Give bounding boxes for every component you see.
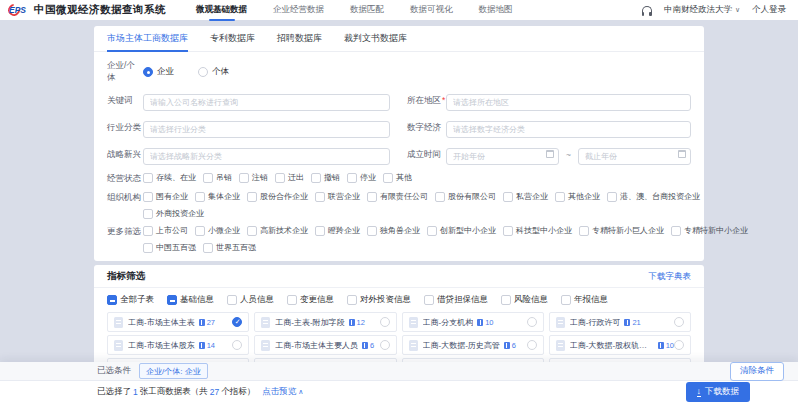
nav-item[interactable]: 微观基础数据 [196,1,247,19]
start-year-input[interactable] [446,148,559,165]
category-checkbox[interactable]: 风险信息 [501,294,548,306]
download-data-button[interactable]: ↓ 下载数据 [686,382,751,402]
industry-select[interactable] [143,121,390,138]
preview-link[interactable]: 点击预览 ∧ [262,386,303,398]
checkbox-icon[interactable] [195,192,205,202]
org-option[interactable]: 有限责任公司 [367,191,428,202]
org-option[interactable]: 港、澳、台商投资企业 [607,191,700,202]
table-card[interactable]: 工商-行政许可 21 [549,312,691,332]
status-option[interactable]: 停业 [347,172,376,183]
checkbox-icon[interactable] [143,226,153,236]
table-card[interactable]: 工商-大数据-历史高管 6 [402,335,544,355]
condition-tag[interactable]: 企业/个体: 企业 [139,363,208,379]
strategic-select[interactable] [143,148,390,165]
status-option[interactable]: 撤销 [311,172,340,183]
more-option[interactable]: 专精特新中小企业 [671,225,748,236]
table-card[interactable]: 工商-市场主体主要人员 6 [254,335,396,355]
checkbox-icon[interactable] [435,192,445,202]
checkbox-icon[interactable] [561,295,571,305]
keyword-input[interactable] [143,94,390,111]
select-circle-icon[interactable] [232,317,242,327]
more-option[interactable]: 小微企业 [195,225,240,236]
checkbox-icon[interactable] [503,226,513,236]
select-circle-icon[interactable] [232,340,242,350]
category-checkbox[interactable]: 对外投资信息 [347,294,411,306]
category-checkbox[interactable]: 年报信息 [561,294,608,306]
customer-service-icon[interactable] [642,6,652,14]
more-option[interactable]: 高新技术企业 [247,225,308,236]
more-option[interactable]: 瞪羚企业 [315,225,360,236]
category-checkbox[interactable]: 全部子表 [107,294,154,306]
checkbox-icon[interactable] [503,192,513,202]
org-option[interactable]: 股份有限公司 [435,191,496,202]
digital-economy-select[interactable] [446,121,691,138]
checkbox-icon[interactable] [143,243,153,253]
checkbox-icon[interactable] [579,226,589,236]
checkbox-icon[interactable] [143,173,153,183]
entity-type-option[interactable]: 个体 [198,66,229,78]
nav-item[interactable]: 企业经营数据 [273,1,324,19]
org-option[interactable]: 联营企业 [315,191,360,202]
table-card[interactable]: 工商-分支机构 10 [402,312,544,332]
select-circle-icon[interactable] [527,340,537,350]
org-option[interactable]: 私营企业 [503,191,548,202]
checkbox-icon[interactable] [107,295,117,305]
checkbox-icon[interactable] [501,295,511,305]
org-option[interactable]: 外商投资企业 [143,208,204,219]
database-tab[interactable]: 招聘数据库 [277,26,322,52]
status-option[interactable]: 存续、在业 [143,172,196,183]
checkbox-icon[interactable] [367,226,377,236]
checkbox-icon[interactable] [203,173,213,183]
category-checkbox[interactable]: 人员信息 [227,294,274,306]
more-option[interactable]: 独角兽企业 [367,225,420,236]
select-circle-icon[interactable] [674,317,684,327]
status-option[interactable]: 吊销 [203,172,232,183]
download-dictionary-link[interactable]: 下载字典表 [649,271,692,283]
checkbox-icon[interactable] [671,226,681,236]
database-tab[interactable]: 专利数据库 [210,26,255,52]
database-tab[interactable]: 裁判文书数据库 [344,26,407,52]
table-card[interactable]: 工商-主表-附加字段 12 [254,312,396,332]
org-option[interactable]: 其他企业 [555,191,600,202]
checkbox-icon[interactable] [311,173,321,183]
more-option[interactable]: 中国五百强 [143,242,196,253]
eps-logo[interactable]: EPS [8,4,26,16]
select-circle-icon[interactable] [380,340,390,350]
org-option[interactable]: 股份合作企业 [247,191,308,202]
radio-icon[interactable] [143,67,153,77]
nav-item[interactable]: 数据可视化 [410,1,453,19]
checkbox-icon[interactable] [287,295,297,305]
select-circle-icon[interactable] [527,317,537,327]
checkbox-icon[interactable] [143,209,153,219]
status-option[interactable]: 注销 [239,172,268,183]
checkbox-icon[interactable] [239,173,249,183]
more-option[interactable]: 上市公司 [143,225,188,236]
checkbox-icon[interactable] [607,192,617,202]
checkbox-icon[interactable] [275,173,285,183]
checkbox-icon[interactable] [383,173,393,183]
table-card[interactable]: 工商-市场主体股东 14 [107,335,249,355]
more-option[interactable]: 专精特新小巨人企业 [579,225,664,236]
checkbox-icon[interactable] [555,192,565,202]
end-year-input[interactable] [578,148,691,165]
checkbox-icon[interactable] [315,226,325,236]
checkbox-icon[interactable] [347,173,357,183]
radio-icon[interactable] [198,67,208,77]
org-dropdown[interactable]: 中南财经政法大学 ∨ [664,4,740,16]
checkbox-icon[interactable] [424,295,434,305]
region-input[interactable] [446,94,691,111]
category-checkbox[interactable]: 变更信息 [287,294,334,306]
select-circle-icon[interactable] [674,340,684,350]
org-option[interactable]: 集体企业 [195,191,240,202]
nav-item[interactable]: 数据地图 [479,1,513,19]
checkbox-icon[interactable] [195,226,205,236]
login-link[interactable]: 个人登录 [752,4,786,16]
checkbox-icon[interactable] [427,226,437,236]
status-option[interactable]: 其他 [383,172,412,183]
nav-item[interactable]: 数据匹配 [350,1,384,19]
more-option[interactable]: 科技型中小企业 [503,225,572,236]
checkbox-icon[interactable] [247,226,257,236]
checkbox-icon[interactable] [367,192,377,202]
category-checkbox[interactable]: 借贷担保信息 [424,294,488,306]
database-tab[interactable]: 市场主体工商数据库 [107,26,188,52]
